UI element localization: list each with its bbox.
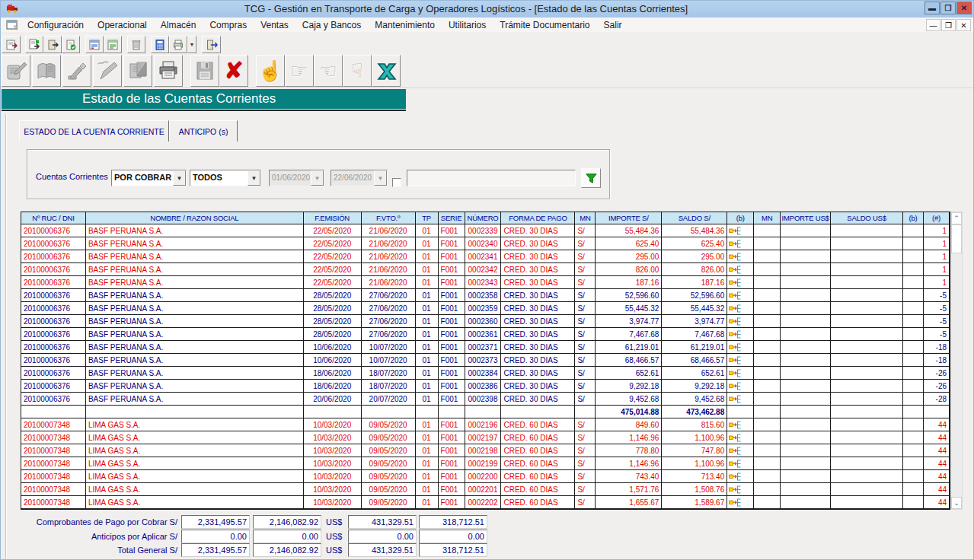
chevron-down-icon[interactable]: ▼: [247, 170, 260, 186]
applied-doc-icon: [729, 253, 741, 261]
cell: LIMA GAS S.A.: [86, 483, 304, 496]
vertical-scrollbar[interactable]: ⌃ ⌄: [950, 212, 963, 510]
table-row[interactable]: 20100006376BASF PERUANA S.A.10/06/202010…: [21, 354, 950, 367]
column-header[interactable]: NÚMERO: [465, 212, 502, 224]
cell: S/: [575, 431, 596, 444]
scroll-down-button[interactable]: ⌄: [951, 497, 962, 509]
cell: 55,445.32: [662, 302, 727, 315]
cell: [727, 367, 754, 380]
menu-salir[interactable]: Salir: [597, 18, 629, 33]
cell: F001: [439, 224, 465, 237]
column-header[interactable]: SALDO US$: [831, 212, 903, 224]
cell: 68,466.57: [596, 354, 662, 367]
table-row[interactable]: 20100006376BASF PERUANA S.A.28/05/202027…: [21, 328, 950, 341]
column-header[interactable]: (#): [924, 212, 950, 224]
anticipos-por-aplicar-saldo-soles: 0.00: [253, 530, 321, 543]
table-row[interactable]: 20100007348LIMA GAS S.A.10/03/202009/05/…: [21, 444, 950, 457]
table-row[interactable]: 20100007348LIMA GAS S.A.10/03/202009/05/…: [21, 470, 950, 483]
menu-utilitarios[interactable]: Utilitarios: [442, 18, 493, 33]
trash-button[interactable]: [127, 36, 145, 53]
restore-button[interactable]: ❐: [940, 2, 956, 14]
delete-record-button[interactable]: ✘: [219, 55, 248, 87]
table-row[interactable]: 20100006376BASF PERUANA S.A.22/05/202021…: [21, 250, 950, 263]
printer-dropdown-button[interactable]: ▼: [187, 36, 196, 53]
account-type-combo[interactable]: POR COBRAR▼: [111, 170, 187, 186]
cell: 625.40: [662, 237, 727, 250]
exit-door-button[interactable]: [202, 36, 221, 53]
table-row[interactable]: 20100006376BASF PERUANA S.A.20/06/202020…: [21, 393, 950, 406]
scroll-up-button[interactable]: ⌃: [951, 212, 962, 224]
menu-tr-mite-documentario[interactable]: Trámite Documentario: [493, 18, 596, 33]
door-in-button[interactable]: [43, 36, 62, 53]
column-header[interactable]: SERIE: [439, 212, 465, 224]
menu-operacional[interactable]: Operacional: [91, 18, 154, 33]
printer-button[interactable]: [169, 36, 187, 53]
table-row[interactable]: 20100007348LIMA GAS S.A.10/03/202009/05/…: [21, 457, 950, 470]
cell: 1: [924, 263, 950, 276]
mdi-close-button[interactable]: ✕: [956, 19, 971, 31]
table-row[interactable]: 20100006376BASF PERUANA S.A.22/05/202021…: [21, 237, 950, 250]
table-row[interactable]: 20100007348LIMA GAS S.A.10/03/202009/05/…: [21, 496, 950, 509]
column-header[interactable]: MN: [575, 212, 596, 224]
column-header[interactable]: F.EMISIÓN: [304, 212, 362, 224]
column-header[interactable]: (b): [903, 212, 924, 224]
table-row[interactable]: 20100007348LIMA GAS S.A.10/03/202009/05/…: [21, 483, 950, 496]
table-row[interactable]: 20100006376BASF PERUANA S.A.18/06/202018…: [21, 367, 950, 380]
minimize-button[interactable]: ▬: [925, 2, 940, 14]
tab-estado-cuenta-corriente[interactable]: ESTADO DE LA CUENTA CORRIENTE: [19, 120, 169, 142]
mdi-minimize-button[interactable]: —: [926, 19, 940, 31]
scrollbar-thumb[interactable]: [951, 224, 962, 253]
column-header[interactable]: FORMA DE PAGO: [501, 212, 575, 224]
column-header[interactable]: SALDO S/: [662, 212, 727, 224]
form-green-button[interactable]: [104, 36, 122, 53]
menu-caja-y-bancos[interactable]: Caja y Bancos: [295, 18, 368, 33]
cell: [754, 470, 781, 483]
column-header[interactable]: F.VTO.º: [362, 212, 416, 224]
search-checkbox[interactable]: [392, 178, 401, 187]
table-row[interactable]: 20100006376BASF PERUANA S.A.10/06/202010…: [21, 341, 950, 354]
table-row[interactable]: 20100006376BASF PERUANA S.A.22/05/202021…: [21, 263, 950, 276]
form-menu-icon[interactable]: [6, 20, 18, 30]
table-row[interactable]: 20100006376BASF PERUANA S.A.28/05/202027…: [21, 302, 950, 315]
subtotal-row[interactable]: 475,014.88473,462.88: [21, 406, 950, 418]
tab-anticipos[interactable]: ANTICIPO (s): [169, 120, 238, 142]
column-header[interactable]: Nº RUC / DNI: [21, 212, 86, 224]
cell: 55,445.32: [596, 302, 662, 315]
close-button[interactable]: ✕: [956, 2, 972, 14]
print-button[interactable]: [154, 55, 183, 87]
form-blue-button[interactable]: [85, 36, 104, 53]
apply-filter-button[interactable]: [581, 168, 601, 188]
menu-almac-n[interactable]: Almacén: [154, 18, 203, 33]
menu-compras[interactable]: Compras: [203, 18, 254, 33]
cell: [831, 328, 903, 341]
table-row[interactable]: 20100006376BASF PERUANA S.A.18/06/202018…: [21, 380, 950, 393]
table-row[interactable]: 20100006376BASF PERUANA S.A.28/05/202027…: [21, 289, 950, 302]
table-row[interactable]: 20100006376BASF PERUANA S.A.22/05/202021…: [21, 276, 950, 289]
column-header[interactable]: TP: [416, 212, 439, 224]
document-check-button[interactable]: [62, 36, 80, 53]
column-header[interactable]: (b): [727, 212, 754, 224]
column-header[interactable]: MN: [754, 212, 781, 224]
column-header[interactable]: IMPORTE US$: [781, 212, 831, 224]
table-row[interactable]: 20100007348LIMA GAS S.A.10/03/202009/05/…: [21, 418, 950, 431]
cell: 01: [416, 367, 439, 380]
search-input[interactable]: [407, 170, 576, 186]
mdi-restore-button[interactable]: ❐: [941, 19, 956, 31]
column-header[interactable]: IMPORTE S/: [596, 212, 662, 224]
menu-ventas[interactable]: Ventas: [254, 18, 295, 33]
cell: 1: [924, 276, 950, 289]
table-row[interactable]: 20100006376BASF PERUANA S.A.22/05/202021…: [21, 224, 950, 237]
calculator-button[interactable]: [151, 36, 169, 53]
menu-configuraci-n[interactable]: Configuración: [21, 18, 91, 33]
cell: 21/06/2020: [362, 250, 416, 263]
column-header[interactable]: NOMBRE / RAZON SOCIAL: [86, 212, 304, 224]
export-excel-button[interactable]: [372, 55, 401, 87]
scope-combo[interactable]: TODOS▼: [190, 170, 261, 186]
table-row[interactable]: 20100007348LIMA GAS S.A.10/03/202009/05/…: [21, 431, 950, 444]
chevron-down-icon[interactable]: ▼: [173, 170, 186, 186]
cell: 55,484.36: [596, 224, 662, 237]
exit-form-button[interactable]: [2, 36, 21, 53]
report-arrow-button[interactable]: [25, 36, 43, 53]
table-row[interactable]: 20100006376BASF PERUANA S.A.28/05/202027…: [21, 315, 950, 328]
menu-mantenimiento[interactable]: Mantenimiento: [368, 18, 442, 33]
